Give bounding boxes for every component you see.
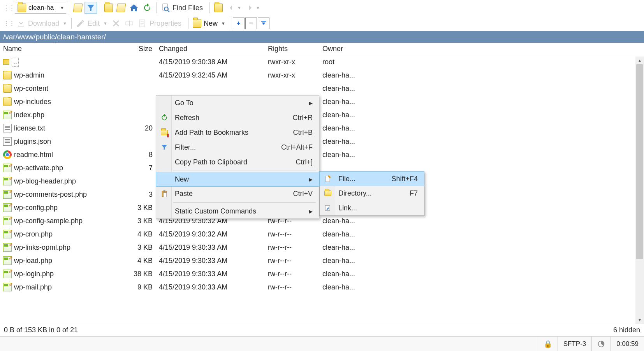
file-owner: clean-ha... bbox=[319, 98, 374, 106]
menu-refresh[interactable]: RefreshCtrl+R bbox=[156, 110, 319, 125]
bookmark-folder-icon: ▮ bbox=[160, 128, 169, 137]
file-size: 3 KB bbox=[113, 217, 156, 225]
table-row[interactable]: wp-admin4/15/2019 9:32:45 AMrwxr-xr-xcle… bbox=[0, 69, 644, 82]
menu-new[interactable]: New▶ bbox=[156, 172, 319, 187]
file-size: 3 bbox=[113, 190, 156, 199]
folder-sync-icon bbox=[214, 4, 223, 12]
file-type-icon bbox=[3, 283, 12, 291]
download-button[interactable]: Download ▼ bbox=[15, 18, 69, 29]
table-row[interactable]: wp-includesclean-ha... bbox=[0, 95, 644, 108]
menu-custom-commands[interactable]: Static Custom Commands▶ bbox=[156, 204, 319, 219]
nav-back-button[interactable]: ▼ bbox=[225, 2, 243, 14]
delete-button[interactable] bbox=[110, 18, 122, 29]
file-owner: root bbox=[319, 58, 374, 66]
select-all-button[interactable] bbox=[258, 18, 269, 29]
submenu-directory[interactable]: Directory...F7 bbox=[320, 186, 424, 201]
plus-button[interactable]: + bbox=[233, 18, 245, 29]
file-type-icon bbox=[3, 111, 12, 119]
menu-bookmark[interactable]: ▮ Add Path to BookmarksCtrl+B bbox=[156, 125, 319, 140]
file-owner: clean-ha... bbox=[319, 111, 374, 119]
rename-button[interactable] bbox=[123, 18, 135, 29]
col-header-name[interactable]: Name bbox=[0, 43, 113, 55]
back-button[interactable] bbox=[103, 2, 114, 14]
file-changed: 4/15/2019 9:30:33 AM bbox=[156, 257, 265, 265]
menu-filter[interactable]: Filter...Ctrl+Alt+F bbox=[156, 140, 319, 155]
minus-button[interactable]: − bbox=[245, 18, 257, 29]
file-name: index.php bbox=[14, 111, 44, 119]
col-header-owner[interactable]: Owner bbox=[319, 43, 374, 55]
submenu-link[interactable]: Link... bbox=[320, 201, 424, 215]
nav-forward-button[interactable]: ▼ bbox=[244, 2, 262, 14]
file-name: readme.html bbox=[14, 151, 53, 159]
scroll-down-icon[interactable]: ▾ bbox=[635, 316, 644, 324]
table-row[interactable]: wp-load.php4 KB4/15/2019 9:30:33 AMrw-r-… bbox=[0, 254, 644, 267]
file-type-icon bbox=[3, 217, 12, 225]
svg-line-2 bbox=[168, 11, 169, 12]
submenu-file[interactable]: File...Shift+F4 bbox=[319, 171, 424, 186]
status-protocol: SFTP-3 bbox=[558, 337, 592, 351]
filter-toggle-button[interactable] bbox=[84, 2, 97, 14]
menu-goto[interactable]: Go To▶ bbox=[156, 95, 319, 110]
new-file-icon bbox=[324, 175, 332, 183]
menu-paste[interactable]: PasteCtrl+V bbox=[156, 186, 319, 201]
file-type-icon bbox=[3, 59, 9, 65]
menu-copy-path[interactable]: Copy Path to ClipboardCtrl+] bbox=[156, 155, 319, 169]
vertical-scrollbar[interactable]: ▴ ▾ bbox=[635, 56, 644, 324]
file-name: wp-config.php bbox=[14, 204, 58, 212]
toolbar-grip: ⋮⋮ bbox=[3, 19, 14, 28]
table-row[interactable]: wp-contentclean-ha... bbox=[0, 82, 644, 95]
address-combo[interactable]: clean-ha ▼ bbox=[15, 2, 66, 14]
filter-icon bbox=[160, 143, 169, 152]
status-time: 0:00:59 bbox=[611, 337, 644, 351]
table-row[interactable]: wp-login.php38 KB4/15/2019 9:30:33 AMrw-… bbox=[0, 267, 644, 280]
table-row[interactable]: readme.html8clean-ha... bbox=[0, 148, 644, 161]
folder-open-icon bbox=[116, 4, 126, 12]
toolbar-secondary: ⋮⋮ Download ▼ Edit ▼ Properties New ▼ + … bbox=[0, 16, 644, 31]
table-row[interactable]: wp-links-opml.php3 KB4/15/2019 9:30:33 A… bbox=[0, 241, 644, 254]
file-size: 8 bbox=[113, 151, 156, 159]
sync-button[interactable] bbox=[213, 2, 224, 14]
file-owner: clean-ha... bbox=[319, 138, 374, 146]
find-files-button[interactable]: Find Files bbox=[159, 2, 207, 14]
col-header-size[interactable]: Size bbox=[113, 43, 156, 55]
download-icon bbox=[16, 19, 26, 28]
path-bar[interactable]: /var/www/public/clean-hamster/ bbox=[0, 31, 644, 43]
file-type-icon bbox=[3, 256, 12, 265]
selection-summary: 0 B of 153 KB in 0 of 21 bbox=[4, 326, 78, 334]
open-dir-button[interactable] bbox=[115, 2, 127, 14]
path-text: /var/www/public/clean-hamster/ bbox=[3, 33, 106, 41]
file-rights: rw-r--r-- bbox=[265, 230, 319, 238]
svg-rect-9 bbox=[164, 193, 167, 197]
file-rights: rw-r--r-- bbox=[265, 257, 319, 265]
refresh-button[interactable] bbox=[141, 2, 153, 14]
table-row[interactable]: plugins.jsonclean-ha... bbox=[0, 135, 644, 148]
edit-button[interactable]: Edit ▼ bbox=[74, 18, 109, 29]
rename-icon bbox=[125, 19, 134, 28]
file-owner: clean-ha... bbox=[319, 283, 374, 291]
properties-button[interactable]: Properties bbox=[136, 18, 185, 29]
new-button[interactable]: New ▼ bbox=[191, 18, 227, 29]
home-button[interactable] bbox=[128, 2, 140, 14]
scroll-thumb[interactable] bbox=[636, 64, 643, 259]
delete-icon bbox=[111, 19, 121, 28]
table-row[interactable]: wp-mail.php9 KB4/15/2019 9:30:33 AMrw-r-… bbox=[0, 280, 644, 294]
table-row[interactable]: wp-cron.php4 KB4/15/2019 9:30:32 AMrw-r-… bbox=[0, 228, 644, 241]
file-type-icon bbox=[3, 97, 12, 106]
properties-icon bbox=[138, 19, 147, 28]
table-row[interactable]: ..4/15/2019 9:30:38 AMrwxr-xr-xroot bbox=[0, 55, 644, 69]
address-text: clean-ha bbox=[28, 4, 60, 12]
table-row[interactable]: index.phpclean-ha... bbox=[0, 108, 644, 122]
find-files-label: Find Files bbox=[170, 4, 205, 12]
select-down-icon bbox=[260, 20, 267, 27]
file-name: wp-admin bbox=[14, 71, 44, 79]
parent-dir-button[interactable] bbox=[72, 2, 84, 14]
table-row[interactable]: license.txt20clean-ha... bbox=[0, 122, 644, 135]
link-icon bbox=[324, 204, 332, 212]
col-header-changed[interactable]: Changed bbox=[156, 43, 265, 55]
svg-rect-8 bbox=[164, 190, 165, 192]
scroll-up-icon[interactable]: ▴ bbox=[635, 56, 644, 64]
submenu-arrow-icon: ▶ bbox=[297, 208, 313, 214]
status-lock: 🔒 bbox=[538, 337, 558, 351]
table-row[interactable]: wp-config-sample.php3 KB4/15/2019 9:30:3… bbox=[0, 214, 644, 228]
col-header-rights[interactable]: Rights bbox=[265, 43, 319, 55]
